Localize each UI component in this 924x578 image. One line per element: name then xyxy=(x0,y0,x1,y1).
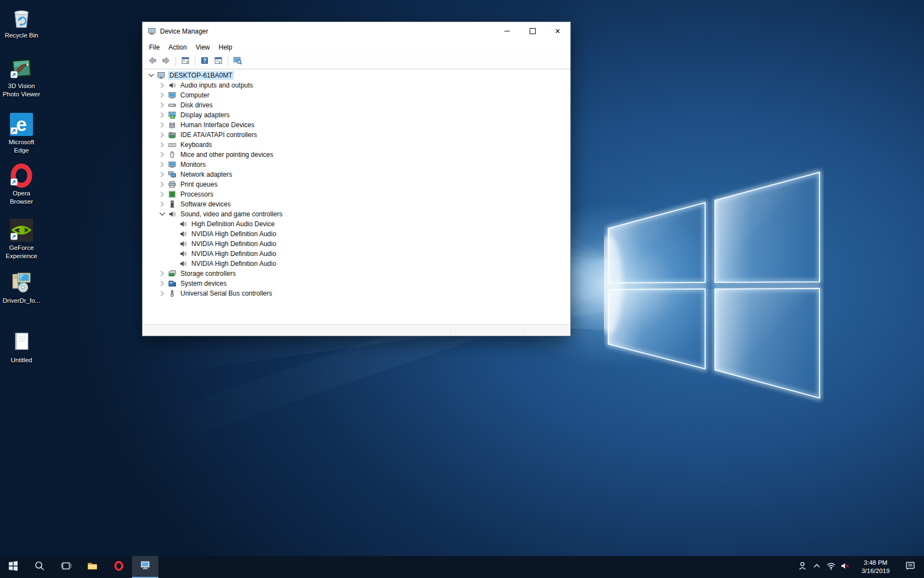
desktop-icon-driverdr[interactable]: DriverDr_fo... xyxy=(0,270,43,305)
desktop-icon-microsoft-edge[interactable]: eMicrosoftEdge xyxy=(0,111,43,154)
tree-item[interactable]: IDE ATA/ATAPI controllers xyxy=(142,130,570,140)
title-bar[interactable]: Device Manager × xyxy=(142,22,570,40)
chevron-right-icon[interactable] xyxy=(158,130,167,139)
usb-icon xyxy=(168,289,177,298)
forward-button[interactable] xyxy=(161,56,172,67)
storage-icon xyxy=(168,269,177,278)
tree-item[interactable]: Keyboards xyxy=(142,140,570,150)
tree-item[interactable]: NVIDIA High Definition Audio xyxy=(142,249,570,259)
tree-item[interactable]: Audio inputs and outputs xyxy=(142,80,570,90)
taskbar-file-explorer-button[interactable] xyxy=(79,556,106,578)
chevron-right-icon[interactable] xyxy=(158,101,167,110)
desktop-icon-opera-browser[interactable]: OperaBrowser xyxy=(0,162,43,205)
tree-item[interactable]: Sound, video and game controllers xyxy=(142,209,570,219)
menu-file[interactable]: File xyxy=(145,42,164,53)
chevron-right-icon[interactable] xyxy=(158,150,167,159)
tree-item[interactable]: Monitors xyxy=(142,160,570,170)
taskbar-opera-button[interactable] xyxy=(106,556,132,578)
chevron-right-icon[interactable] xyxy=(158,200,167,209)
monitor-icon xyxy=(168,91,177,100)
tree-item[interactable]: Universal Serial Bus controllers xyxy=(142,288,570,298)
chevron-down-icon[interactable] xyxy=(158,210,167,219)
windows-logo xyxy=(604,162,824,405)
tree-item[interactable]: Disk drives xyxy=(142,100,570,110)
tree-item[interactable]: High Definition Audio Device xyxy=(142,219,570,229)
tray-volume-button[interactable] xyxy=(838,556,853,578)
maximize-button[interactable] xyxy=(520,22,545,40)
document-icon xyxy=(9,329,34,355)
tree-item[interactable]: NVIDIA High Definition Audio xyxy=(142,229,570,239)
tree-item[interactable]: Storage controllers xyxy=(142,269,570,279)
tree-item[interactable]: Computer xyxy=(142,90,570,100)
menu-view[interactable]: View xyxy=(191,42,215,53)
chevron-right-icon[interactable] xyxy=(158,279,167,288)
desktop-icon-label: GeForceExperience xyxy=(6,244,37,260)
tree-item-label: High Definition Audio Device xyxy=(190,220,276,228)
tree-item-label: DESKTOP-61BA0MT xyxy=(168,71,234,80)
taskbar-task-view-button[interactable] xyxy=(53,556,79,578)
tree-item-label: Disk drives xyxy=(179,101,215,110)
tree-item[interactable]: Human Interface Devices xyxy=(142,120,570,130)
taskbar-clock[interactable]: 3:48 PM 3/16/2019 xyxy=(854,559,898,575)
chevron-right-icon[interactable] xyxy=(158,121,167,129)
scan-hardware-button[interactable] xyxy=(232,56,243,67)
chevron-right-icon[interactable] xyxy=(158,180,167,189)
desktop-icon-3d-vision-photo-viewer[interactable]: 3D VisionPhoto Viewer xyxy=(0,55,43,98)
volume-muted-icon xyxy=(840,560,851,574)
action-center-button[interactable] xyxy=(899,556,922,578)
tray-hidden-icons-button[interactable] xyxy=(810,556,824,578)
minimize-button[interactable] xyxy=(494,22,520,40)
close-button[interactable]: × xyxy=(545,22,570,40)
tree-item[interactable]: NVIDIA High Definition Audio xyxy=(142,239,570,249)
chevron-right-icon[interactable] xyxy=(158,81,167,90)
chevron-right-icon[interactable] xyxy=(158,289,167,298)
tray-network-button[interactable] xyxy=(824,556,838,578)
taskbar-search-button[interactable] xyxy=(26,556,53,578)
back-button[interactable] xyxy=(147,56,158,67)
action-pane-button[interactable] xyxy=(213,56,224,67)
chevron-right-icon[interactable] xyxy=(158,170,167,179)
desktop-icon-untitled[interactable]: Untitled xyxy=(0,329,43,364)
speaker-icon xyxy=(168,81,177,90)
close-icon: × xyxy=(555,27,560,36)
chevron-right-icon[interactable] xyxy=(158,91,167,100)
chevron-down-icon[interactable] xyxy=(147,71,156,80)
tree-item[interactable]: DESKTOP-61BA0MT xyxy=(142,70,570,80)
tray-people-button[interactable] xyxy=(795,556,810,578)
software-device-icon xyxy=(168,200,177,209)
show-console-tree-button[interactable] xyxy=(180,56,191,67)
device-manager-taskbar-icon xyxy=(140,560,151,573)
help-button[interactable]: ? xyxy=(199,56,210,67)
forward-arrow-icon xyxy=(162,56,170,67)
menu-help[interactable]: Help xyxy=(215,42,237,53)
chevron-right-icon[interactable] xyxy=(158,190,167,199)
opera-icon xyxy=(9,162,34,188)
desktop-icon-recycle-bin[interactable]: Recycle Bin xyxy=(0,4,43,40)
chevron-right-icon[interactable] xyxy=(158,269,167,278)
tree-item[interactable]: Processors xyxy=(142,189,570,199)
display-adapter-icon xyxy=(168,111,177,119)
tree-item[interactable]: Software devices xyxy=(142,199,570,209)
tree-item-label: NVIDIA High Definition Audio xyxy=(190,230,278,238)
tree-item[interactable]: Print queues xyxy=(142,179,570,189)
tree-item-label: Universal Serial Bus controllers xyxy=(179,289,274,298)
desktop-icon-geforce-experience[interactable]: GeForceExperience xyxy=(0,217,43,260)
taskbar-start-button[interactable] xyxy=(0,556,26,578)
tree-item[interactable]: Network adapters xyxy=(142,170,570,179)
tree-item-label: NVIDIA High Definition Audio xyxy=(190,249,278,258)
expander-spacer xyxy=(169,249,178,258)
tree-item[interactable]: Display adapters xyxy=(142,110,570,120)
tree-item[interactable]: Mice and other pointing devices xyxy=(142,150,570,160)
expander-spacer xyxy=(169,220,178,228)
tree-item[interactable]: NVIDIA High Definition Audio xyxy=(142,259,570,269)
chevron-right-icon[interactable] xyxy=(158,140,167,149)
device-tree: DESKTOP-61BA0MTAudio inputs and outputsC… xyxy=(142,69,570,324)
tree-item[interactable]: System devices xyxy=(142,279,570,288)
chevron-right-icon[interactable] xyxy=(158,160,167,169)
taskbar-device-manager-button[interactable] xyxy=(132,556,158,578)
menu-action[interactable]: Action xyxy=(164,42,191,53)
tree-item-label: Processors xyxy=(179,190,215,199)
chevron-right-icon[interactable] xyxy=(158,111,167,119)
toolbar: ? xyxy=(142,54,570,69)
ide-icon xyxy=(168,130,177,139)
